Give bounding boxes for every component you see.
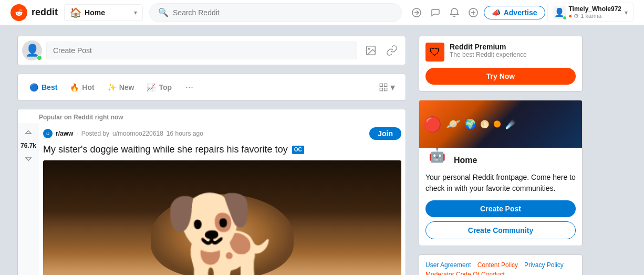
home-card-title: Home: [454, 156, 477, 165]
post-body: 76.7k: [18, 123, 406, 275]
post-meta: r/aww · Posted by u/moomoo220618 16 hour…: [43, 127, 401, 140]
sort-hot-button[interactable]: 🔥 Hot: [65, 80, 99, 95]
post-card: Popular on Reddit right now 76.7k: [17, 109, 406, 275]
search-input[interactable]: [173, 8, 393, 17]
avatar: 👤: [553, 6, 566, 19]
sort-top-button[interactable]: 📈 Top: [141, 80, 177, 95]
chat-button[interactable]: [427, 4, 444, 21]
try-now-button[interactable]: Try Now: [425, 68, 576, 85]
sort-best-button[interactable]: 🔵 Best: [24, 80, 63, 95]
vote-count: 76.7k: [20, 142, 36, 149]
svg-point-1: [17, 13, 18, 14]
sidebar-create-post-button[interactable]: Create Post: [425, 200, 576, 217]
svg-point-11: [45, 131, 50, 136]
logo-area: reddit: [11, 4, 58, 21]
sort-more-button[interactable]: ···: [181, 78, 198, 96]
create-post-avatar: 👤: [22, 40, 42, 60]
footer-links: User Agreement Content Policy Privacy Po…: [425, 261, 576, 275]
main-content: 👤: [7, 25, 637, 275]
new-icon: ✨: [107, 83, 116, 91]
svg-rect-10: [385, 88, 387, 90]
banner-decoration: 🔴 🪐 🌍 🌕 🟠 ☄️: [419, 100, 582, 148]
post-time: 16 hours ago: [167, 130, 203, 137]
home-dropdown[interactable]: 🏠 Home ▾: [64, 4, 143, 21]
vote-column: 76.7k: [18, 123, 39, 275]
svg-rect-8: [385, 84, 387, 86]
create-community-button[interactable]: Create Community: [425, 221, 576, 239]
join-button[interactable]: Join: [369, 127, 401, 140]
avatar-online-dot: [37, 55, 42, 60]
premium-subtitle: The best Reddit experience: [450, 51, 527, 58]
header-actions: 📣 Advertise 👤 Timely_Whole972 ● ⚙ 1 karm…: [408, 3, 633, 22]
share-link-button[interactable]: [408, 4, 425, 21]
svg-rect-9: [380, 88, 382, 90]
home-icon: 🏠: [70, 7, 81, 18]
chevron-down-icon: ▾: [390, 82, 395, 93]
hot-label: Hot: [82, 83, 94, 91]
user-agreement-link[interactable]: User Agreement: [425, 261, 471, 269]
sort-new-button[interactable]: ✨ New: [102, 80, 140, 95]
notifications-button[interactable]: [446, 4, 463, 21]
svg-point-2: [20, 13, 21, 14]
svg-point-12: [47, 133, 47, 133]
feed-column: 👤: [17, 36, 406, 275]
premium-shield-icon: 🛡: [425, 43, 444, 62]
add-button[interactable]: [465, 4, 482, 21]
sort-bar: 🔵 Best 🔥 Hot ✨ New 📈 Top ···: [17, 74, 406, 100]
subreddit-icon: [43, 129, 53, 138]
new-label: New: [119, 83, 134, 91]
home-description: Your personal Reddit frontpage. Come her…: [425, 172, 576, 194]
username: Timely_Whole972: [569, 5, 622, 13]
search-bar[interactable]: 🔍: [149, 3, 402, 22]
reddit-logo[interactable]: [11, 4, 27, 21]
premium-card: 🛡 Reddit Premium The best Reddit experie…: [419, 36, 583, 91]
search-icon: 🔍: [158, 7, 169, 17]
privacy-policy-link[interactable]: Privacy Policy: [524, 261, 564, 269]
create-post-icons: [361, 41, 401, 60]
sidebar: 🛡 Reddit Premium The best Reddit experie…: [419, 36, 583, 275]
top-label: Top: [159, 83, 172, 91]
post-image: [43, 160, 401, 275]
content-policy-link[interactable]: Content Policy: [477, 261, 518, 269]
advertise-icon: 📣: [492, 8, 501, 17]
home-card-content: 🤖 Home Your personal Reddit frontpage. C…: [419, 148, 582, 246]
svg-point-6: [368, 48, 370, 49]
image-post-icon[interactable]: [361, 41, 380, 60]
view-toggle-button[interactable]: ▾: [375, 79, 399, 95]
downvote-button[interactable]: [22, 151, 35, 164]
footer-links-card: User Agreement Content Policy Privacy Po…: [419, 254, 583, 275]
advertise-button[interactable]: 📣 Advertise: [484, 6, 545, 19]
upvote-button[interactable]: [22, 127, 35, 140]
home-label: Home: [85, 8, 105, 17]
top-icon: 📈: [147, 83, 155, 91]
moderator-code-link[interactable]: Moderator Code Of Conduct: [425, 271, 505, 275]
hot-icon: 🔥: [70, 83, 79, 91]
dog-photo: [43, 160, 401, 275]
posted-by-label: Posted by: [81, 130, 109, 137]
reddit-wordmark: reddit: [32, 7, 58, 18]
karma-count: ● ⚙ 1 karma: [569, 13, 622, 19]
poster-name[interactable]: u/moomoo220618: [112, 130, 163, 137]
post-top-label: Popular on Reddit right now: [18, 109, 406, 123]
home-card: 🔴 🪐 🌍 🌕 🟠 ☄️ 🤖 Home Your personal Reddit…: [419, 100, 583, 246]
home-card-banner: 🔴 🪐 🌍 🌕 🟠 ☄️: [419, 100, 582, 148]
chevron-down-icon: ▾: [134, 9, 137, 16]
user-chevron-icon: ▾: [625, 9, 628, 16]
post-content: r/aww · Posted by u/moomoo220618 16 hour…: [39, 123, 406, 275]
oc-badge: OC: [292, 146, 304, 154]
advertise-label: Advertise: [504, 8, 537, 17]
svg-rect-7: [380, 84, 382, 86]
online-indicator: [563, 16, 567, 20]
premium-title: Reddit Premium: [450, 43, 527, 51]
best-icon: 🔵: [29, 83, 38, 91]
svg-point-13: [48, 133, 49, 133]
user-menu[interactable]: 👤 Timely_Whole972 ● ⚙ 1 karma ▾: [547, 3, 634, 22]
header: reddit 🏠 Home ▾ 🔍: [0, 0, 644, 25]
create-post-input[interactable]: [46, 42, 357, 59]
link-post-icon[interactable]: [382, 41, 401, 60]
best-label: Best: [41, 83, 57, 91]
subreddit-name[interactable]: r/aww: [56, 130, 73, 137]
create-post-box: 👤: [17, 36, 406, 65]
post-title: My sister's doggie waiting while she rep…: [43, 143, 401, 156]
